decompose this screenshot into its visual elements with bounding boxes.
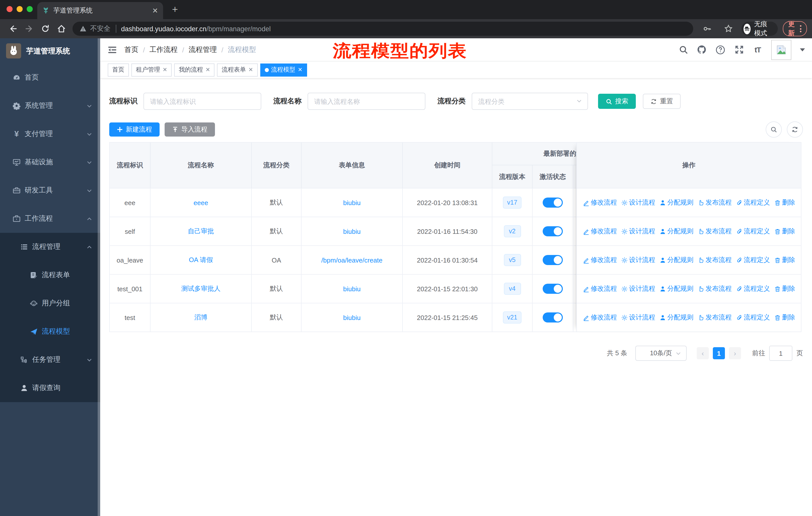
refresh-icon[interactable] <box>787 121 803 138</box>
close-icon[interactable]: ✕ <box>205 66 210 73</box>
status-toggle[interactable] <box>543 313 563 323</box>
sidebar-item-devtools[interactable]: 研发工具 <box>0 176 100 205</box>
new-tab-button[interactable]: ＋ <box>170 2 180 16</box>
delete-link[interactable]: 删除 <box>774 227 795 236</box>
create-process-button[interactable]: 新建流程 <box>109 123 160 137</box>
app-logo-row[interactable]: 芋道管理系统 <box>0 38 100 63</box>
edit-link[interactable]: 修改流程 <box>583 255 617 265</box>
breadcrumb-home[interactable]: 首页 <box>124 45 139 54</box>
reload-icon[interactable] <box>41 24 50 33</box>
publish-link[interactable]: 发布流程 <box>697 255 732 265</box>
status-toggle[interactable] <box>543 284 563 294</box>
delete-link[interactable]: 删除 <box>774 313 795 322</box>
sidebar-item-home[interactable]: 首页 <box>0 63 100 92</box>
sidebar-item-process-form[interactable]: 流程表单 <box>0 261 100 289</box>
sidebar-item-workflow[interactable]: 工作流程 <box>0 205 100 233</box>
github-icon[interactable] <box>697 45 707 55</box>
maximize-window-button[interactable] <box>27 6 33 12</box>
status-toggle[interactable] <box>543 197 563 208</box>
bookmark-star-icon[interactable] <box>724 24 733 33</box>
browser-menu-icon[interactable] <box>800 25 802 32</box>
minimize-window-button[interactable] <box>17 6 23 12</box>
assign-user-link[interactable]: 分配规则 <box>659 227 693 236</box>
design-gear-link[interactable]: 设计流程 <box>621 198 655 207</box>
sidebar-item-process-mgmt[interactable]: 流程管理 <box>0 233 100 261</box>
home-icon[interactable] <box>57 24 66 33</box>
key-icon[interactable] <box>703 24 712 33</box>
reset-button[interactable]: 重置 <box>643 94 680 109</box>
form-info-link[interactable]: biubiu <box>343 227 360 235</box>
definition-link-link[interactable]: 流程定义 <box>736 227 770 236</box>
tag-process-model[interactable]: 流程模型 ✕ <box>260 63 307 76</box>
breadcrumb-process-mgmt[interactable]: 流程管理 <box>189 45 217 54</box>
security-label[interactable]: 不安全 <box>90 24 111 33</box>
process-name-link[interactable]: eeee <box>194 199 208 206</box>
font-size-icon[interactable]: tT <box>753 45 763 55</box>
edit-link[interactable]: 修改流程 <box>583 313 617 322</box>
search-icon[interactable] <box>678 45 688 55</box>
delete-link[interactable]: 删除 <box>774 255 795 265</box>
goto-page-input[interactable] <box>769 346 792 361</box>
close-icon[interactable]: ✕ <box>298 66 302 73</box>
browser-update-button[interactable]: 更新 <box>783 21 807 36</box>
sidebar-item-user-group[interactable]: 用户分组 <box>0 289 100 318</box>
prev-page-button[interactable]: ‹ <box>697 347 709 359</box>
forward-icon[interactable] <box>25 24 34 33</box>
edit-link[interactable]: 修改流程 <box>583 227 617 236</box>
assign-user-link[interactable]: 分配规则 <box>659 255 693 265</box>
sidebar-item-payment[interactable]: ¥ 支付管理 <box>0 120 100 148</box>
definition-link-link[interactable]: 流程定义 <box>736 198 770 207</box>
sidebar-item-leave-query[interactable]: 请假查询 <box>0 374 100 402</box>
help-icon[interactable] <box>715 45 725 55</box>
browser-tab[interactable]: 芋道管理系统 ✕ <box>37 2 163 19</box>
process-name-link[interactable]: OA 请假 <box>189 255 213 265</box>
publish-link[interactable]: 发布流程 <box>697 313 732 322</box>
url-bar[interactable]: 不安全 dashboard.yudao.iocoder.cn /bpm/mana… <box>72 22 693 36</box>
process-name-link[interactable]: 测试多审批人 <box>181 284 221 293</box>
assign-user-link[interactable]: 分配规则 <box>659 284 693 293</box>
process-name-link[interactable]: 滔博 <box>194 313 207 322</box>
process-key-input[interactable] <box>143 93 261 110</box>
process-name-input[interactable] <box>308 93 425 110</box>
breadcrumb-workflow[interactable]: 工作流程 <box>149 45 178 54</box>
process-name-link[interactable]: 自己审批 <box>188 227 214 236</box>
tab-close-icon[interactable]: ✕ <box>152 7 158 14</box>
design-gear-link[interactable]: 设计流程 <box>621 255 655 265</box>
page-size-select[interactable]: 10条/页 <box>635 346 687 361</box>
form-info-link[interactable]: biubiu <box>343 285 360 293</box>
close-icon[interactable]: ✕ <box>163 66 167 73</box>
status-toggle[interactable] <box>543 226 563 236</box>
definition-link-link[interactable]: 流程定义 <box>736 313 770 322</box>
process-category-select-input[interactable] <box>472 93 588 110</box>
form-info-link[interactable]: biubiu <box>343 314 360 321</box>
close-window-button[interactable] <box>6 6 12 12</box>
edit-link[interactable]: 修改流程 <box>583 284 617 293</box>
sidebar-item-task-mgmt[interactable]: 任务管理 <box>0 346 100 374</box>
import-process-button[interactable]: 导入流程 <box>165 123 215 137</box>
fullscreen-icon[interactable] <box>734 45 744 55</box>
current-page-button[interactable]: 1 <box>713 347 725 359</box>
assign-user-link[interactable]: 分配规则 <box>659 313 693 322</box>
tag-home[interactable]: 首页 <box>108 63 129 76</box>
design-gear-link[interactable]: 设计流程 <box>621 227 655 236</box>
avatar-caret-icon[interactable] <box>800 48 805 51</box>
status-toggle[interactable] <box>543 255 563 265</box>
close-icon[interactable]: ✕ <box>249 66 253 73</box>
publish-link[interactable]: 发布流程 <box>697 284 732 293</box>
form-info-link[interactable]: /bpm/oa/leave/create <box>321 256 383 264</box>
tag-process-form[interactable]: 流程表单 ✕ <box>217 63 258 76</box>
delete-link[interactable]: 删除 <box>774 284 795 293</box>
next-page-button[interactable]: › <box>729 347 741 359</box>
search-button[interactable]: 搜索 <box>598 94 636 109</box>
hamburger-icon[interactable] <box>107 45 117 55</box>
publish-link[interactable]: 发布流程 <box>697 227 732 236</box>
tag-my-process[interactable]: 我的流程 ✕ <box>174 63 214 76</box>
design-gear-link[interactable]: 设计流程 <box>621 284 655 293</box>
assign-user-link[interactable]: 分配规则 <box>659 198 693 207</box>
edit-link[interactable]: 修改流程 <box>583 198 617 207</box>
avatar[interactable] <box>771 39 791 60</box>
publish-link[interactable]: 发布流程 <box>697 198 732 207</box>
design-gear-link[interactable]: 设计流程 <box>621 313 655 322</box>
definition-link-link[interactable]: 流程定义 <box>736 284 770 293</box>
back-icon[interactable] <box>8 24 18 33</box>
